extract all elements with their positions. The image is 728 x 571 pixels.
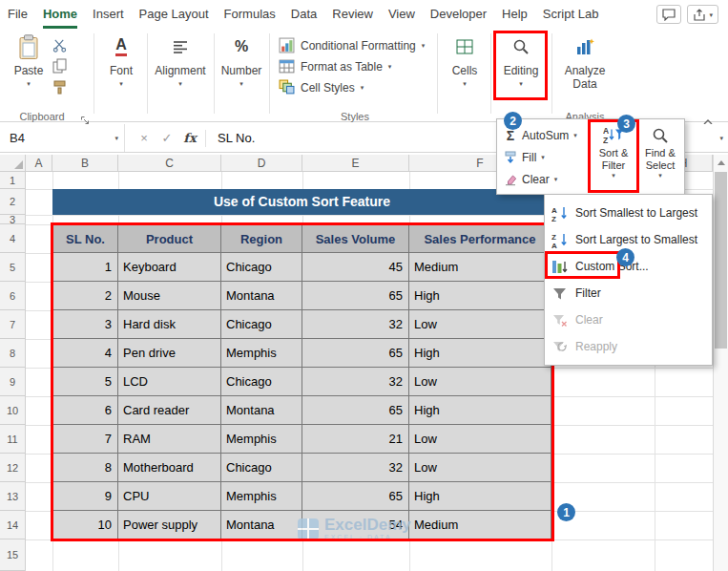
divider <box>205 130 206 147</box>
menu-bar: File Home Insert Page Layout Formulas Da… <box>0 0 728 29</box>
annotation-box-table <box>51 222 554 541</box>
clear-button[interactable]: Clear ▾ <box>504 168 590 190</box>
find-select-button[interactable]: Find & Select ▾ <box>638 122 682 193</box>
row-header-12[interactable]: 12 <box>0 454 26 482</box>
cells-label: Cells <box>452 64 478 77</box>
conditional-formatting-label: Conditional Formatting <box>301 39 416 53</box>
row-header-3[interactable]: 3 <box>0 215 26 224</box>
chevron-down-icon: ▾ <box>388 63 392 70</box>
row-header-14[interactable]: 14 <box>0 511 26 539</box>
row-header-6[interactable]: 6 <box>0 282 26 310</box>
vertical-scrollbar[interactable] <box>713 155 728 571</box>
select-all-corner[interactable] <box>0 155 26 172</box>
tab-view[interactable]: View <box>381 0 423 29</box>
format-painter-button[interactable] <box>50 77 69 96</box>
chevron-down-icon: ▾ <box>554 176 558 182</box>
clipboard-dialog-launcher[interactable] <box>80 112 92 123</box>
formula-input[interactable]: SL No. <box>210 131 255 145</box>
format-as-table-button[interactable]: Format as Table ▾ <box>279 56 391 76</box>
cell-styles-label: Cell Styles <box>301 81 355 95</box>
row-header-15[interactable]: 15 <box>0 539 26 571</box>
cells-group-button[interactable]: Cells ▾ <box>443 32 487 107</box>
chevron-down-icon: ▾ <box>114 135 118 141</box>
ribbon: Paste ▾ Clipboard A Font ▾ Alignment ▾ <box>0 29 728 122</box>
column-header-a[interactable]: A <box>26 155 52 172</box>
row-header-9[interactable]: 9 <box>0 368 26 396</box>
cancel-button[interactable]: × <box>133 131 156 145</box>
row-header-8[interactable]: 8 <box>0 339 26 368</box>
row-header-4[interactable]: 4 <box>0 224 26 253</box>
chevron-down-icon: ▾ <box>422 42 426 49</box>
clipboard-paste-icon <box>18 32 39 61</box>
tab-home[interactable]: Home <box>35 0 85 29</box>
analyze-data-button[interactable]: Analyze Data <box>557 32 613 107</box>
sort-filter-menu: AZ Sort Smallest to Largest ZA Sort Larg… <box>544 194 713 366</box>
row-header-11[interactable]: 11 <box>0 425 26 454</box>
tab-data[interactable]: Data <box>283 0 324 29</box>
sort-ascending-icon: AZ <box>551 205 568 222</box>
name-box[interactable]: B4 ▾ <box>0 124 125 152</box>
tab-formulas[interactable]: Formulas <box>217 0 283 29</box>
tab-script-lab[interactable]: Script Lab <box>535 0 607 29</box>
column-header-b[interactable]: B <box>52 155 118 172</box>
scrollbar-thumb[interactable] <box>715 172 727 349</box>
menu-item-label: Reapply <box>575 340 617 353</box>
row-header-2[interactable]: 2 <box>0 189 26 215</box>
conditional-formatting-button[interactable]: Conditional Formatting ▾ <box>279 35 425 55</box>
number-group-button[interactable]: % Number ▾ <box>218 32 265 107</box>
analyze-data-icon <box>575 32 594 61</box>
comments-button[interactable] <box>656 5 681 24</box>
format-as-table-icon <box>279 58 295 74</box>
tab-file[interactable]: File <box>0 0 35 29</box>
number-label: Number <box>221 64 262 77</box>
menu-item-label: Sort Largest to Smallest <box>575 233 697 246</box>
comment-icon <box>662 9 676 21</box>
title-banner[interactable]: Use of Custom Sort Feature <box>52 189 551 215</box>
menu-item-sort-smallest-to-largest[interactable]: AZ Sort Smallest to Largest <box>545 200 712 226</box>
tab-review[interactable]: Review <box>324 0 381 29</box>
cell-styles-button[interactable]: Cell Styles ▾ <box>279 77 364 97</box>
tab-insert[interactable]: Insert <box>85 0 132 29</box>
row-header-10[interactable]: 10 <box>0 396 26 425</box>
row-header-13[interactable]: 13 <box>0 482 26 511</box>
column-header-c[interactable]: C <box>118 155 221 172</box>
row-header-5[interactable]: 5 <box>0 253 26 282</box>
column-header-d[interactable]: D <box>221 155 302 172</box>
alignment-group-button[interactable]: Alignment ▾ <box>151 32 210 107</box>
share-button[interactable]: ▾ <box>687 5 718 24</box>
tab-page-layout[interactable]: Page Layout <box>132 0 217 29</box>
tab-help[interactable]: Help <box>494 0 535 29</box>
row-header-7[interactable]: 7 <box>0 310 26 339</box>
chevron-down-icon: ▾ <box>27 80 31 87</box>
paintbrush-icon <box>52 80 67 95</box>
row-header-1[interactable]: 1 <box>0 172 26 189</box>
menu-item-filter[interactable]: Filter <box>545 280 712 307</box>
clipboard-group-label: Clipboard <box>2 111 82 122</box>
copy-button[interactable] <box>50 56 69 75</box>
insert-function-button[interactable]: fx <box>178 131 201 145</box>
expand-formula-bar-icon[interactable]: ▾ <box>719 135 723 141</box>
divider <box>437 33 438 114</box>
copy-icon <box>52 58 67 74</box>
divider <box>147 33 148 114</box>
cut-button[interactable] <box>50 35 69 54</box>
menu-item-clear[interactable]: Clear <box>545 307 712 333</box>
svg-text:Z: Z <box>551 214 556 222</box>
tab-developer[interactable]: Developer <box>423 0 494 29</box>
autosum-label: AutoSum <box>522 129 569 142</box>
chevron-down-icon: ▾ <box>658 172 662 179</box>
name-box-value: B4 <box>10 131 25 145</box>
paste-label: Paste <box>14 64 44 77</box>
fill-button[interactable]: Fill ▾ <box>504 146 590 168</box>
chevron-down-icon: ▾ <box>573 132 577 138</box>
excel-window: File Home Insert Page Layout Formulas Da… <box>0 0 728 571</box>
menu-item-reapply[interactable]: Reapply <box>545 333 712 360</box>
font-group-button[interactable]: A Font ▾ <box>99 32 143 107</box>
paste-button[interactable]: Paste ▾ <box>8 32 50 107</box>
enter-button[interactable]: ✓ <box>156 131 178 145</box>
column-header-e[interactable]: E <box>302 155 409 172</box>
scroll-up-arrow[interactable] <box>714 155 728 170</box>
chevron-down-icon: ▾ <box>709 11 713 18</box>
chevron-down-icon: ▾ <box>119 80 123 87</box>
chevron-down-icon: ▾ <box>361 84 364 91</box>
